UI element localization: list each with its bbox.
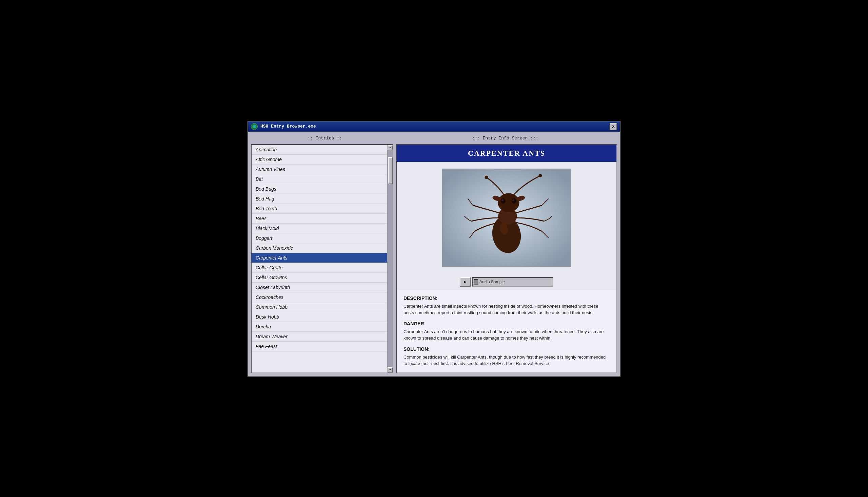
play-button[interactable]: ▶ [460,277,471,287]
solution-text: Common pesticides will kill Carpenter An… [403,354,609,367]
list-item[interactable]: Black Mold [252,224,387,233]
section-headers: :: Entries :: ::: Entry Info Screen ::: [251,134,617,142]
list-item[interactable]: Bat [252,174,387,184]
list-item[interactable]: Dorcha [252,322,387,332]
list-panel: AnimationAttic GnomeAutumn VinesBatBed B… [251,144,393,373]
entry-image [442,169,571,267]
scroll-up-button[interactable]: ▲ [387,145,393,150]
list-item[interactable]: Bed Hag [252,194,387,204]
scroll-down-button[interactable]: ▼ [387,367,393,372]
title-bar: 🌐 HSH Entry Browser.exe X [248,122,620,132]
svg-point-8 [512,199,514,201]
svg-point-4 [498,193,519,212]
danger-text: Carpenter Ants aren't dangerous to human… [403,328,609,342]
audio-sample-label: Audio Sample [480,280,505,284]
description-text: Carpenter Ants are small insects known f… [403,303,609,316]
main-area: :: Entries :: ::: Entry Info Screen ::: … [248,132,620,376]
scroll-track [387,150,393,367]
entry-image-area [397,162,616,274]
content-area: AnimationAttic GnomeAutumn VinesBatBed B… [251,144,617,373]
scroll-thumb[interactable] [388,157,393,184]
description-area: DESCRIPTION: Carpenter Ants are small in… [397,290,616,372]
audio-area: ▶ Audio Sample [397,274,616,290]
info-header-label: ::: Entry Info Screen ::: [396,136,614,141]
list-item[interactable]: Bees [252,214,387,224]
window-title: HSH Entry Browser.exe [261,124,316,129]
svg-point-10 [539,174,542,177]
list-item[interactable]: Common Hobb [252,302,387,312]
list-item[interactable]: Autumn Vines [252,165,387,174]
entries-header-label: :: Entries :: [254,136,396,141]
list-item[interactable]: Carbon Monoxide [252,243,387,253]
list-item[interactable]: Cellar Growths [252,273,387,283]
list-item[interactable]: Cellar Grotto [252,263,387,273]
list-item[interactable]: Fae Feast [252,342,387,352]
list-item[interactable]: Boggart [252,233,387,243]
audio-bar: Audio Sample [472,277,553,287]
scrollbar: ▲ ▼ [387,145,393,372]
audio-player: ▶ Audio Sample [460,277,553,287]
entries-list: AnimationAttic GnomeAutumn VinesBatBed B… [252,145,387,372]
list-item[interactable]: Attic Gnome [252,155,387,165]
list-scroll: AnimationAttic GnomeAutumn VinesBatBed B… [252,145,393,372]
list-item[interactable]: Bed Teeth [252,204,387,214]
app-icon: 🌐 [251,123,258,130]
description-label: DESCRIPTION: [403,296,609,301]
svg-point-9 [485,175,488,179]
list-item[interactable]: Dream Weaver [252,332,387,342]
info-panel: Carpenter Ants [396,144,617,373]
svg-point-7 [501,199,503,201]
list-item[interactable]: Closet Labyrinth [252,283,387,293]
audio-indicator [474,279,478,285]
list-item[interactable]: Cockroaches [252,293,387,302]
ant-illustration [442,169,571,267]
solution-label: SOLUTION: [403,346,609,352]
main-window: 🌐 HSH Entry Browser.exe X :: Entries :: … [248,121,620,377]
title-bar-left: 🌐 HSH Entry Browser.exe [251,123,316,130]
list-item[interactable]: Animation [252,145,387,155]
entry-title: Carpenter Ants [401,149,612,158]
danger-label: DANGER: [403,321,609,326]
list-item[interactable]: Carpenter Ants [252,253,387,263]
list-item[interactable]: Desk Hobb [252,312,387,322]
close-button[interactable]: X [609,123,617,130]
entry-title-bar: Carpenter Ants [397,145,616,162]
list-item[interactable]: Bed Bugs [252,184,387,194]
